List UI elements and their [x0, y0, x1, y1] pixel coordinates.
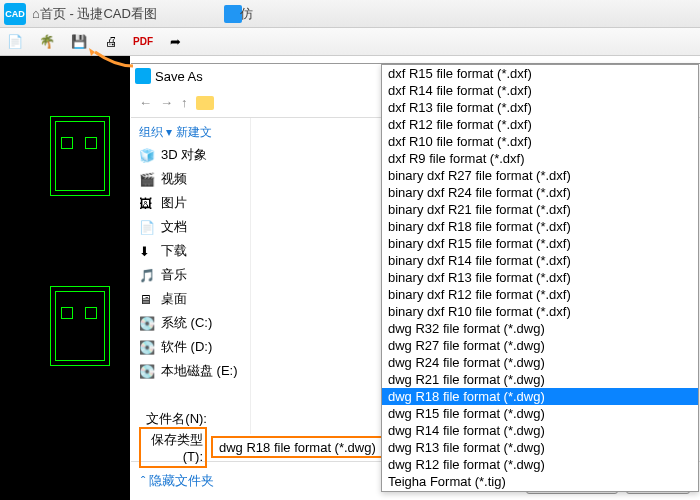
sidebar-item-icon: 🎬 [139, 172, 155, 186]
sidebar-item-icon: ⬇ [139, 244, 155, 258]
hide-folders-toggle[interactable]: ˆ 隐藏文件夹 [141, 472, 214, 490]
format-option[interactable]: binary dxf R24 file format (*.dxf) [382, 184, 698, 201]
sidebar-item-label: 图片 [161, 194, 187, 212]
sidebar-item[interactable]: 💽本地磁盘 (E:) [131, 359, 250, 383]
sim-label: 仿 [240, 5, 253, 23]
filetype-label: 保存类型(T): [139, 427, 207, 468]
callout-arrow [85, 48, 135, 68]
sidebar-item[interactable]: 🎬视频 [131, 167, 250, 191]
format-option[interactable]: dwg R21 file format (*.dwg) [382, 371, 698, 388]
format-option[interactable]: dwg R13 file format (*.dwg) [382, 439, 698, 456]
sidebar-item-icon: 🧊 [139, 148, 155, 162]
sidebar-item-label: 文档 [161, 218, 187, 236]
nav-back-icon[interactable]: ← [139, 95, 152, 110]
format-option[interactable]: dwg R18 file format (*.dwg) [382, 388, 698, 405]
sidebar-item-icon: 🖼 [139, 196, 155, 210]
sidebar-item[interactable]: 🎵音乐 [131, 263, 250, 287]
cad-canvas[interactable] [0, 56, 130, 500]
home-icon: ⌂ [32, 6, 40, 21]
sidebar-item[interactable]: 💽软件 (D:) [131, 335, 250, 359]
sidebar-item-label: 视频 [161, 170, 187, 188]
home-breadcrumb[interactable]: ⌂ 首页 - 迅捷CAD看图 [32, 5, 157, 23]
pdf-icon[interactable]: PDF [134, 33, 152, 51]
format-option[interactable]: dwg R15 file format (*.dwg) [382, 405, 698, 422]
sidebar: 组织 ▾ 新建文 🧊3D 对象🎬视频🖼图片📄文档⬇下载🎵音乐🖥桌面💽系统 (C:… [131, 118, 251, 434]
filename-label: 文件名(N): [139, 410, 207, 428]
sidebar-item-icon: 🎵 [139, 268, 155, 282]
sidebar-item-label: 系统 (C:) [161, 314, 212, 332]
format-option[interactable]: binary dxf R21 file format (*.dxf) [382, 201, 698, 218]
sidebar-item[interactable]: 🧊3D 对象 [131, 143, 250, 167]
format-option[interactable]: Teigha Format (*.tig) [382, 473, 698, 490]
format-option[interactable]: dwg R32 file format (*.dwg) [382, 320, 698, 337]
titlebar: CAD ⌂ 首页 - 迅捷CAD看图 仿 [0, 0, 700, 28]
palm-icon[interactable]: 🌴 [38, 33, 56, 51]
sidebar-item[interactable]: 🖼图片 [131, 191, 250, 215]
format-option[interactable]: binary dxf R10 file format (*.dxf) [382, 303, 698, 320]
format-option[interactable]: dxf R9 file format (*.dxf) [382, 150, 698, 167]
chevron-up-icon: ˆ [141, 474, 145, 489]
format-option[interactable]: dwg R27 file format (*.dwg) [382, 337, 698, 354]
folder-icon [196, 96, 214, 110]
format-option[interactable]: Drawings Stream Format (*.dsf) [382, 490, 698, 492]
sidebar-item[interactable]: 🖥桌面 [131, 287, 250, 311]
format-option[interactable]: dxf R15 file format (*.dxf) [382, 65, 698, 82]
sidebar-item[interactable]: 📄文档 [131, 215, 250, 239]
sidebar-item-label: 桌面 [161, 290, 187, 308]
format-option[interactable]: binary dxf R27 file format (*.dxf) [382, 167, 698, 184]
format-option[interactable]: dxf R14 file format (*.dxf) [382, 82, 698, 99]
sidebar-item-label: 本地磁盘 (E:) [161, 362, 238, 380]
sidebar-item-label: 下载 [161, 242, 187, 260]
dialog-title: Save As [155, 69, 203, 84]
filetype-value: dwg R18 file format (*.dwg) [219, 440, 376, 455]
share-icon[interactable]: ➦ [166, 33, 184, 51]
sidebar-item[interactable]: 💽系统 (C:) [131, 311, 250, 335]
new-doc-icon[interactable]: 📄 [6, 33, 24, 51]
sidebar-item-icon: 💽 [139, 316, 155, 330]
format-option[interactable]: dxf R12 file format (*.dxf) [382, 116, 698, 133]
format-option[interactable]: binary dxf R15 file format (*.dxf) [382, 235, 698, 252]
sidebar-header[interactable]: 组织 ▾ 新建文 [131, 122, 250, 143]
nav-fwd-icon[interactable]: → [160, 95, 173, 110]
sidebar-item-label: 音乐 [161, 266, 187, 284]
format-option[interactable]: dwg R14 file format (*.dwg) [382, 422, 698, 439]
nav-up-icon[interactable]: ↑ [181, 95, 188, 110]
format-option[interactable]: dwg R24 file format (*.dwg) [382, 354, 698, 371]
sidebar-item-icon: 🖥 [139, 292, 155, 306]
format-option[interactable]: dwg R12 file format (*.dwg) [382, 456, 698, 473]
format-option[interactable]: binary dxf R13 file format (*.dxf) [382, 269, 698, 286]
app-title: 首页 - 迅捷CAD看图 [40, 5, 157, 23]
dialog-icon [135, 68, 151, 84]
format-option[interactable]: binary dxf R12 file format (*.dxf) [382, 286, 698, 303]
app-icon: CAD [4, 3, 26, 25]
format-option[interactable]: binary dxf R14 file format (*.dxf) [382, 252, 698, 269]
format-option[interactable]: dxf R13 file format (*.dxf) [382, 99, 698, 116]
format-option[interactable]: dxf R10 file format (*.dxf) [382, 133, 698, 150]
sidebar-item-label: 3D 对象 [161, 146, 207, 164]
format-option[interactable]: binary dxf R18 file format (*.dxf) [382, 218, 698, 235]
save-as-dialog: Save As ← → ↑ 组织 ▾ 新建文 🧊3D 对象🎬视频🖼图片📄文档⬇下… [131, 63, 700, 500]
sidebar-item-icon: 📄 [139, 220, 155, 234]
sidebar-item-label: 软件 (D:) [161, 338, 212, 356]
sidebar-item[interactable]: ⬇下载 [131, 239, 250, 263]
sidebar-item-icon: 💽 [139, 364, 155, 378]
sidebar-item-icon: 💽 [139, 340, 155, 354]
format-dropdown[interactable]: dxf R15 file format (*.dxf)dxf R14 file … [381, 64, 699, 492]
